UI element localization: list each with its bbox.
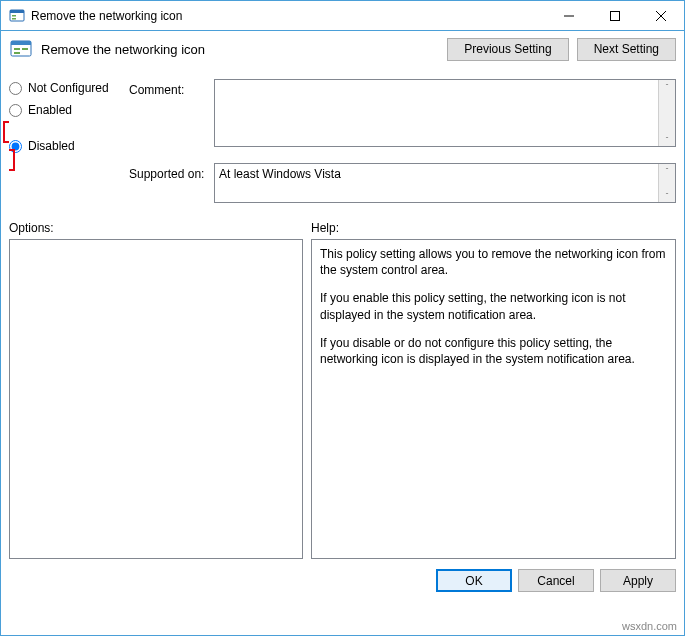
radio-enabled[interactable]: Enabled: [9, 103, 129, 117]
radio-enabled-label: Enabled: [28, 103, 72, 117]
comment-textarea[interactable]: [215, 80, 658, 146]
svg-rect-9: [11, 41, 31, 45]
radio-disabled-input[interactable]: [9, 140, 22, 153]
supported-on-label: Supported on:: [129, 163, 214, 203]
minimize-button[interactable]: [546, 1, 592, 31]
svg-rect-5: [611, 11, 620, 20]
svg-rect-1: [10, 10, 24, 13]
radio-enabled-input[interactable]: [9, 104, 22, 117]
supported-on-value: At least Windows Vista: [215, 164, 658, 202]
next-setting-button[interactable]: Next Setting: [577, 38, 676, 61]
svg-rect-11: [14, 52, 20, 54]
svg-rect-10: [14, 48, 20, 50]
help-pane: This policy setting allows you to remove…: [311, 239, 676, 559]
radio-not-configured-label: Not Configured: [28, 81, 109, 95]
policy-icon: [9, 8, 25, 24]
window-title: Remove the networking icon: [31, 9, 546, 23]
ok-button[interactable]: OK: [436, 569, 512, 592]
radio-not-configured[interactable]: Not Configured: [9, 81, 129, 95]
maximize-button[interactable]: [592, 1, 638, 31]
scrollbar[interactable]: ˆˇ: [658, 80, 675, 146]
comment-label: Comment:: [129, 79, 214, 153]
close-button[interactable]: [638, 1, 684, 31]
previous-setting-button[interactable]: Previous Setting: [447, 38, 568, 61]
apply-button[interactable]: Apply: [600, 569, 676, 592]
cancel-button[interactable]: Cancel: [518, 569, 594, 592]
help-paragraph-3: If you disable or do not configure this …: [320, 335, 667, 367]
svg-rect-12: [22, 48, 28, 50]
svg-rect-2: [12, 15, 16, 17]
options-label: Options:: [9, 221, 311, 235]
page-title: Remove the networking icon: [41, 42, 439, 57]
help-paragraph-1: This policy setting allows you to remove…: [320, 246, 667, 278]
radio-disabled-label: Disabled: [28, 139, 75, 153]
scrollbar[interactable]: ˆˇ: [658, 164, 675, 202]
options-pane: [9, 239, 303, 559]
radio-not-configured-input[interactable]: [9, 82, 22, 95]
svg-rect-3: [12, 18, 16, 20]
help-label: Help:: [311, 221, 339, 235]
policy-large-icon: [9, 37, 33, 61]
radio-disabled[interactable]: Disabled: [9, 139, 129, 153]
help-paragraph-2: If you enable this policy setting, the n…: [320, 290, 667, 322]
